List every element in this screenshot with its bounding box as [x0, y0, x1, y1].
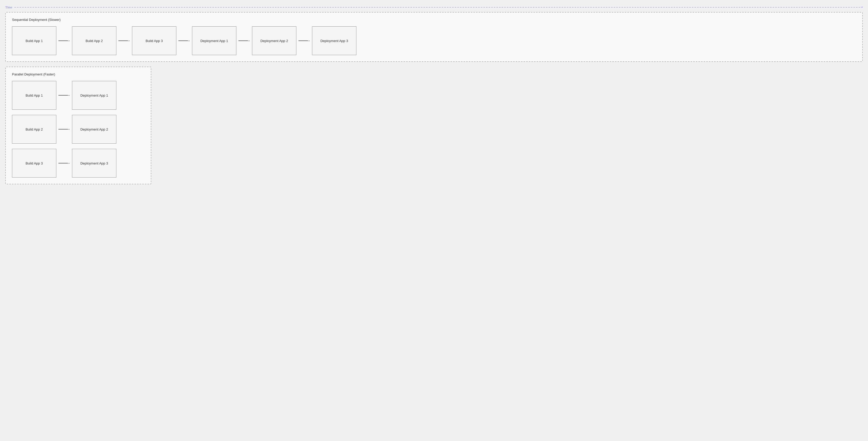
seq-task-4: Deployment App 1 [192, 26, 236, 55]
par-deploy-2: Deployment App 2 [72, 115, 116, 144]
sequential-section-label: Sequential Deployment (Slower) [12, 18, 856, 22]
sequential-section: Sequential Deployment (Slower) Build App… [5, 12, 863, 62]
time-label: Time [5, 5, 12, 9]
parallel-section: Parallel Deployment (Faster) Build App 1… [5, 66, 151, 184]
parallel-row-3: Build App 3 Deployment App 3 [12, 149, 145, 178]
par-build-1: Build App 1 [12, 81, 56, 110]
seq-task-6: Deployment App 3 [312, 26, 356, 55]
par-deploy-3: Deployment App 3 [72, 149, 116, 178]
seq-task-1: Build App 1 [12, 26, 56, 55]
par-build-3: Build App 3 [12, 149, 56, 178]
seq-task-2: Build App 2 [72, 26, 116, 55]
par-build-2: Build App 2 [12, 115, 56, 144]
parallel-row-1: Build App 1 Deployment App 1 [12, 81, 145, 110]
parallel-section-label: Parallel Deployment (Faster) [12, 72, 145, 76]
sequential-row: Build App 1 Build App 2 Build App 3 Depl… [12, 26, 856, 55]
par-deploy-1: Deployment App 1 [72, 81, 116, 110]
seq-task-5: Deployment App 2 [252, 26, 297, 55]
parallel-row-2: Build App 2 Deployment App 2 [12, 115, 145, 144]
time-axis: Time [5, 5, 863, 9]
seq-task-3: Build App 3 [132, 26, 176, 55]
time-line [14, 7, 863, 7]
parallel-grid: Build App 1 Deployment App 1 Build App 2… [12, 81, 145, 178]
